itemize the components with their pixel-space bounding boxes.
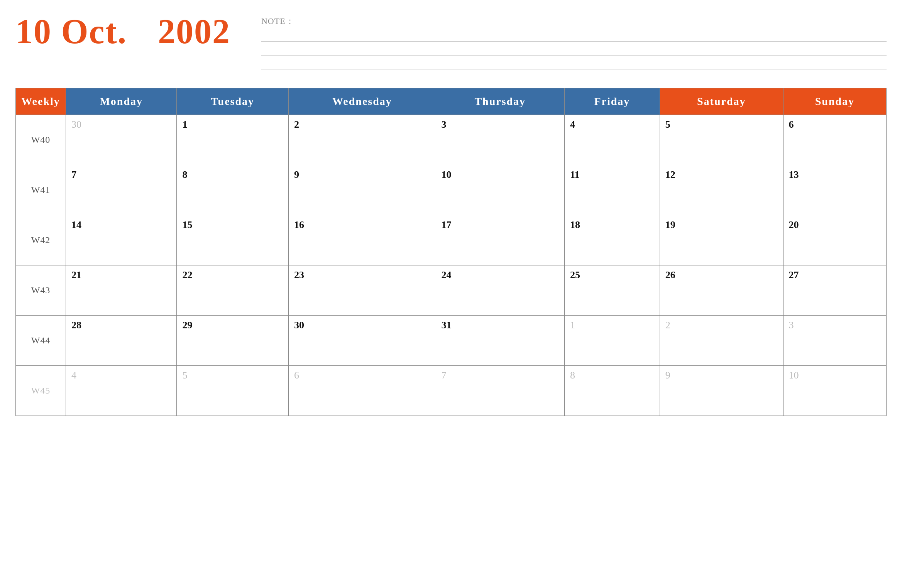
calendar-wrapper: WeeklyMondayTuesdayWednesdayThursdayFrid…: [15, 88, 887, 416]
day-cell: 11: [564, 165, 660, 215]
day-number: 30: [294, 319, 304, 331]
day-number: 11: [570, 169, 580, 180]
day-number: 18: [570, 219, 580, 230]
day-cell: 30: [289, 316, 436, 366]
day-cell: 30: [66, 115, 177, 165]
day-number: 13: [789, 169, 799, 180]
day-cell: 5: [177, 366, 289, 416]
note-section: NOTE：: [261, 12, 887, 76]
day-cell: 19: [660, 215, 783, 265]
day-cell: 17: [436, 215, 564, 265]
day-cell: 1: [177, 115, 289, 165]
day-cell: 5: [660, 115, 783, 165]
day-number: 31: [442, 319, 452, 331]
table-row: W4545678910: [16, 366, 887, 416]
day-number: 22: [182, 269, 192, 280]
page-header: 10 Oct. 2002 NOTE：: [15, 12, 887, 76]
day-cell: 1: [564, 316, 660, 366]
day-cell: 31: [436, 316, 564, 366]
day-number: 14: [71, 219, 81, 230]
day-number: 4: [570, 119, 575, 130]
day-cell: 8: [177, 165, 289, 215]
day-cell: 18: [564, 215, 660, 265]
day-number: 6: [294, 370, 299, 381]
day-cell: 10: [436, 165, 564, 215]
table-row: W4178910111213: [16, 165, 887, 215]
table-row: W4428293031123: [16, 316, 887, 366]
week-cell: W40: [16, 115, 66, 165]
day-cell: 29: [177, 316, 289, 366]
day-month: 10 Oct.: [15, 12, 127, 51]
day-number: 1: [570, 319, 575, 331]
week-label: W43: [31, 285, 51, 295]
week-cell: W44: [16, 316, 66, 366]
week-cell: W43: [16, 265, 66, 316]
day-number: 28: [71, 319, 81, 331]
table-row: W4321222324252627: [16, 265, 887, 316]
week-label: W41: [31, 185, 51, 195]
day-number: 7: [71, 169, 76, 180]
week-cell: W42: [16, 215, 66, 265]
day-number: 27: [789, 269, 799, 280]
week-label: W45: [31, 385, 51, 395]
week-cell: W45: [16, 366, 66, 416]
day-cell: 20: [783, 215, 886, 265]
day-number: 10: [442, 169, 452, 180]
day-number: 29: [182, 319, 192, 331]
header-cell-monday: Monday: [66, 88, 177, 115]
year: 2002: [158, 12, 230, 51]
day-number: 25: [570, 269, 580, 280]
day-number: 15: [182, 219, 192, 230]
day-number: 9: [294, 169, 299, 180]
header-cell-wednesday: Wednesday: [289, 88, 436, 115]
day-cell: 13: [783, 165, 886, 215]
day-number: 17: [442, 219, 452, 230]
day-number: 12: [665, 169, 675, 180]
day-cell: 9: [289, 165, 436, 215]
day-cell: 25: [564, 265, 660, 316]
day-number: 24: [442, 269, 452, 280]
day-number: 6: [789, 119, 794, 130]
day-number: 4: [71, 370, 76, 381]
header-cell-weekly: Weekly: [16, 88, 66, 115]
day-cell: 4: [564, 115, 660, 165]
day-number: 8: [182, 169, 187, 180]
header-row: WeeklyMondayTuesdayWednesdayThursdayFrid…: [16, 88, 887, 115]
day-number: 23: [294, 269, 304, 280]
day-number: 5: [665, 119, 670, 130]
note-line-3: [261, 63, 887, 69]
day-cell: 16: [289, 215, 436, 265]
header-cell-friday: Friday: [564, 88, 660, 115]
day-number: 10: [789, 370, 799, 381]
day-number: 2: [665, 319, 670, 331]
day-cell: 21: [66, 265, 177, 316]
day-cell: 7: [66, 165, 177, 215]
day-number: 8: [570, 370, 575, 381]
day-number: 5: [182, 370, 187, 381]
calendar-table: WeeklyMondayTuesdayWednesdayThursdayFrid…: [15, 88, 887, 416]
day-cell: 2: [289, 115, 436, 165]
day-number: 20: [789, 219, 799, 230]
calendar-header: WeeklyMondayTuesdayWednesdayThursdayFrid…: [16, 88, 887, 115]
week-cell: W41: [16, 165, 66, 215]
table-row: W4214151617181920: [16, 215, 887, 265]
calendar-body: W4030123456W4178910111213W42141516171819…: [16, 115, 887, 416]
day-cell: 6: [783, 115, 886, 165]
week-label: W40: [31, 135, 51, 145]
date-display: 10 Oct. 2002: [15, 12, 230, 51]
day-cell: 10: [783, 366, 886, 416]
week-label: W42: [31, 235, 51, 245]
note-line-2: [261, 49, 887, 56]
day-number: 3: [789, 319, 794, 331]
day-cell: 7: [436, 366, 564, 416]
day-cell: 9: [660, 366, 783, 416]
table-row: W4030123456: [16, 115, 887, 165]
day-cell: 22: [177, 265, 289, 316]
header-cell-thursday: Thursday: [436, 88, 564, 115]
header-cell-sunday: Sunday: [783, 88, 886, 115]
day-cell: 8: [564, 366, 660, 416]
day-cell: 3: [783, 316, 886, 366]
day-cell: 14: [66, 215, 177, 265]
day-cell: 15: [177, 215, 289, 265]
day-number: 9: [665, 370, 670, 381]
